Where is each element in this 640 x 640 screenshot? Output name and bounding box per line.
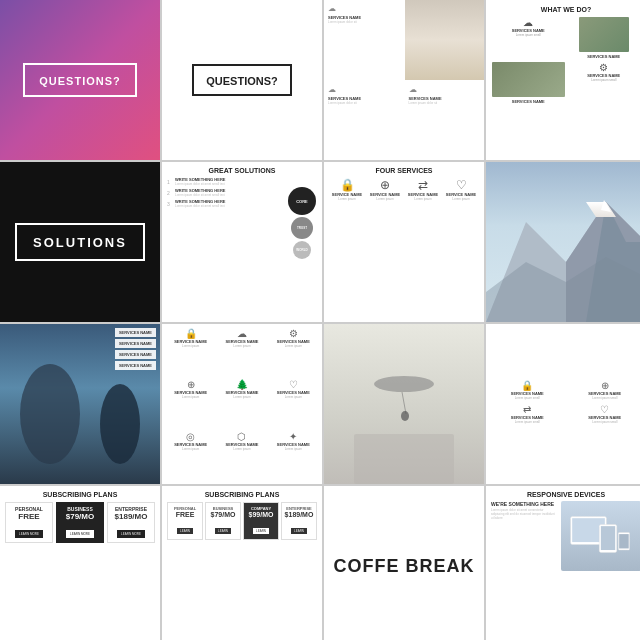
sea-btn2: SERVICES NAME [115, 339, 156, 348]
great-solutions-title: GREAT SOLUTIONS [167, 167, 317, 174]
slide-13: SUBSCRIBING PLANS PERSONAL FREE LEARN MO… [0, 486, 160, 640]
plan2-business: BUSINESS $79/MO LEARN [205, 502, 241, 540]
learn-btn2-personal[interactable]: LEARN [177, 528, 193, 534]
slide-7: FOUR SERVICES 🔒 SERVICE NAME Lorem ipsum… [324, 162, 484, 322]
solutions-label: SOLUTIONS [33, 235, 127, 250]
si-cell3: ⇄ SERVICES NAME Lorem ipsum small [490, 404, 565, 424]
responsive-desc: Lorem ipsum dolor sit amet consectetur a… [491, 509, 557, 521]
sub-plans-title: SUBSCRIBING PLANS [5, 491, 155, 498]
si-cell4: ♡ SERVICES NAME Lorem ipsum small [568, 404, 641, 424]
ig-cell5: 🌲 SERVICES NAME Lorem ipsum [217, 379, 266, 428]
plan-enterprise: ENTERPRISE $189/MO LEARN MORE [107, 502, 155, 543]
plan-business: BUSINESS $79/MO LEARN MORE [56, 502, 104, 543]
sea-buttons: SERVICES NAME SERVICES NAME SERVICES NAM… [115, 328, 156, 370]
responsive-text: WE'RE SOMETHING HERE Lorem ipsum dolor s… [491, 501, 557, 571]
plans-group: PERSONAL FREE LEARN MORE BUSINESS $79/MO… [5, 502, 155, 543]
responsive-subtitle: WE'RE SOMETHING HERE [491, 501, 557, 507]
questions-box-purple: QUESTIONS? [23, 63, 137, 97]
learn-btn-enterprise[interactable]: LEARN MORE [117, 530, 145, 538]
slide-2: QUESTIONS? [162, 0, 322, 160]
ig-cell7: ◎ SERVICES NAME Lorem ipsum [166, 431, 215, 480]
svc1: 🔒 SERVICE NAME Lorem ipsum [329, 178, 365, 201]
sea-btn4: SERVICES NAME [115, 361, 156, 370]
wwd-icon3: SERVICES NAME [492, 62, 565, 104]
ig-cell4: ⊕ SERVICES NAME Lorem ipsum [166, 379, 215, 428]
svc2: ⊕ SERVICE NAME Lorem ipsum [367, 178, 403, 201]
devices-svg [569, 505, 633, 568]
devices-col [561, 501, 640, 571]
slide-15: COFFE BREAK [324, 486, 484, 640]
slide-14: SUBSCRIBING PLANS PERSONAL FREE LEARN BU… [162, 486, 322, 640]
svc3: ⇄ SERVICE NAME Lorem ipsum [405, 178, 441, 201]
circle-core: CORE [288, 187, 316, 215]
slide-6: GREAT SOLUTIONS 1 WRITE SOMETHING HERE L… [162, 162, 322, 322]
plan2-enterprise: ENTERPRISE $189/MO LEARN [281, 502, 317, 540]
ig-cell6: ♡ SERVICES NAME Lorem ipsum [269, 379, 318, 428]
questions-label-purple: QUESTIONS? [39, 75, 121, 87]
sub-plans2-title: SUBSCRIBING PLANS [167, 491, 317, 498]
ig-cell1: 🔒 SERVICES NAME Lorem ipsum [166, 328, 215, 377]
ig-cell8: ⬡ SERVICES NAME Lorem ipsum [217, 431, 266, 480]
slide3-photo1 [405, 0, 485, 80]
responsive-layout: WE'RE SOMETHING HERE Lorem ipsum dolor s… [491, 501, 640, 571]
svg-rect-18 [601, 526, 615, 550]
svg-point-8 [20, 364, 80, 464]
devices-graphic [561, 501, 640, 571]
learn-btn2-enterprise[interactable]: LEARN [291, 528, 307, 534]
svg-point-9 [100, 384, 140, 464]
wwd-icon1: ☁ SERVICES NAME Lorem ipsum small [492, 17, 565, 59]
paraglider-svg [324, 324, 484, 484]
slide-11 [324, 324, 484, 484]
slide-4: WHAT WE DO? ☁ SERVICES NAME Lorem ipsum … [486, 0, 640, 160]
ig-cell3: ⚙ SERVICES NAME Lorem ipsum [269, 328, 318, 377]
circles-group: CORE TRUST WORLD [288, 187, 316, 259]
svc4: ♡ SERVICE NAME Lorem ipsum [443, 178, 479, 201]
slide-8 [486, 162, 640, 322]
circle-world: WORLD [293, 241, 311, 259]
slide3-cell4: ☁ SERVICES NAME Lorem ipsum dolor sit [405, 81, 485, 161]
sea-btn3: SERVICES NAME [115, 350, 156, 359]
questions-label-white: QUESTIONS? [206, 75, 278, 87]
slide-1: QUESTIONS? [0, 0, 160, 160]
mountain-svg [486, 162, 640, 322]
plan-personal: PERSONAL FREE LEARN MORE [5, 502, 53, 543]
slide-5: SOLUTIONS [0, 162, 160, 322]
slide-9: SERVICES NAME SERVICES NAME SERVICES NAM… [0, 324, 160, 484]
wwd-icon2: SERVICES NAME [568, 17, 641, 59]
wwd-icon4: ⚙ SERVICES NAME Lorem ipsum small [568, 62, 641, 104]
slide3-cell3: ☁ SERVICES NAME Lorem ipsum dolor sit [324, 81, 404, 161]
four-services-title: FOUR SERVICES [329, 167, 479, 174]
wwd-label3: SERVICES NAME [492, 99, 565, 104]
slide-10: 🔒 SERVICES NAME Lorem ipsum ☁ SERVICES N… [162, 324, 322, 484]
svg-rect-20 [619, 534, 629, 548]
sea-btn1: SERVICES NAME [115, 328, 156, 337]
what-we-do-title: WHAT WE DO? [492, 6, 640, 13]
circle-trust: TRUST [291, 217, 313, 239]
plan2-personal: PERSONAL FREE LEARN [167, 502, 203, 540]
slide-3: ☁ SERVICES NAME Lorem ipsum dolor sit ☁ … [324, 0, 484, 160]
slide3-cell1: ☁ SERVICES NAME Lorem ipsum dolor sit [324, 0, 404, 80]
si-cell2: ⊕ SERVICES NAME Lorem ipsum small [568, 380, 641, 400]
slide-12: 🔒 SERVICES NAME Lorem ipsum small ⊕ SERV… [486, 324, 640, 484]
gs-row1: 1 WRITE SOMETHING HERE Lorem ipsum dolor… [167, 177, 317, 186]
plans2-group: PERSONAL FREE LEARN BUSINESS $79/MO LEAR… [167, 502, 317, 540]
responsive-title: RESPONSIVE DEVICES [491, 491, 640, 498]
wwd-label2: SERVICES NAME [568, 54, 641, 59]
questions-box-white: QUESTIONS? [192, 64, 292, 96]
slides-grid: QUESTIONS? QUESTIONS? ☁ SERVICES NAME Lo… [0, 0, 640, 640]
coffee-break-title: COFFE BREAK [332, 556, 476, 577]
svg-rect-14 [354, 434, 454, 484]
learn-btn2-company[interactable]: LEARN [253, 528, 269, 534]
slide-16: RESPONSIVE DEVICES WE'RE SOMETHING HERE … [486, 486, 640, 640]
ig-cell2: ☁ SERVICES NAME Lorem ipsum [217, 328, 266, 377]
learn-btn-personal[interactable]: LEARN MORE [15, 530, 43, 538]
si-cell1: 🔒 SERVICES NAME Lorem ipsum small [490, 380, 565, 400]
solutions-box: SOLUTIONS [15, 223, 145, 261]
svg-point-13 [401, 411, 409, 421]
ig-cell9: ✦ SERVICES NAME Lorem ipsum [269, 431, 318, 480]
svg-point-11 [374, 376, 434, 392]
learn-btn2-business[interactable]: LEARN [215, 528, 231, 534]
learn-btn-business[interactable]: LEARN MORE [66, 530, 94, 538]
plan2-company: COMPANY $99/MO LEARN [243, 502, 279, 540]
